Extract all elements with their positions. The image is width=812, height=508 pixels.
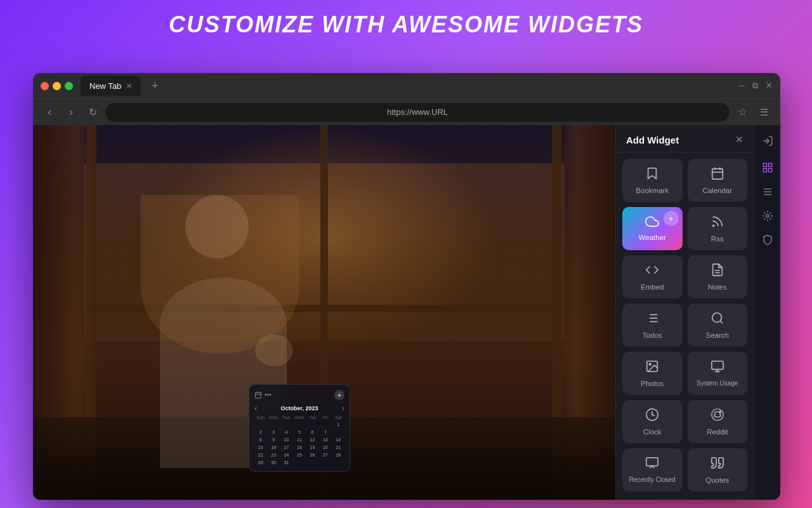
page-title: CUSTOMIZE WITH AWESOME WIDGETS (0, 0, 812, 47)
calendar-add-icon[interactable]: + (334, 390, 344, 400)
widget-item-quotes[interactable]: Quotes (688, 448, 748, 491)
browser-tab-active[interactable]: New Tab ✕ (81, 76, 141, 96)
traffic-lights (41, 82, 73, 90)
sidebar-icon-login[interactable] (757, 130, 778, 152)
widget-item-calendar[interactable]: Calendar (688, 159, 748, 202)
widget-item-todos[interactable]: Todos (622, 304, 683, 347)
widget-item-reddit[interactable]: Reddit (688, 400, 748, 443)
recently-closed-widget-icon (645, 456, 659, 472)
embed-widget-icon (645, 263, 659, 279)
clock-widget-label: Clock (643, 428, 662, 436)
right-sidebar (754, 125, 780, 500)
widget-grid: Bookmark Calendar + (616, 152, 754, 500)
browser-content: ••• + ‹ October, 2023 › Sun Mon Tue Wed … (33, 125, 780, 500)
window-minimize[interactable]: ─ (739, 81, 745, 91)
embed-widget-label: Embed (641, 283, 664, 291)
reddit-widget-icon (710, 408, 724, 424)
url-text: https://www.URL (114, 107, 721, 117)
svg-rect-31 (763, 169, 766, 172)
calendar-widget-label: Calendar (702, 187, 732, 194)
calendar-widget-header: ••• + (254, 390, 344, 400)
widget-item-recently-closed[interactable]: Recently Closed (622, 448, 683, 491)
calendar-widget[interactable]: ••• + ‹ October, 2023 › Sun Mon Tue Wed … (249, 384, 350, 472)
notes-widget-label: Notes (708, 283, 727, 291)
bookmark-icon[interactable]: ☆ (733, 105, 751, 119)
weather-widget-label: Weather (639, 234, 666, 241)
traffic-light-yellow[interactable] (53, 82, 61, 90)
address-bar[interactable]: https://www.URL (105, 103, 730, 122)
sidebar-icon-settings[interactable] (757, 181, 778, 203)
reddit-widget-label: Reddit (707, 428, 728, 436)
photos-widget-label: Photos (641, 380, 664, 387)
cal-prev[interactable]: ‹ (254, 403, 257, 413)
browser-window: New Tab ✕ + ─ ⧉ ✕ ‹ › ↻ https://www.URL … (33, 73, 780, 500)
sidebar-icon-shield[interactable] (757, 229, 778, 251)
todos-widget-icon (645, 311, 659, 328)
rss-widget-label: Rss (711, 235, 724, 243)
svg-rect-29 (768, 163, 771, 166)
svg-rect-4 (712, 169, 723, 180)
quotes-widget-label: Quotes (705, 476, 729, 484)
bookmark-widget-icon (645, 166, 659, 183)
todos-widget-label: Todos (643, 331, 662, 339)
svg-rect-28 (763, 163, 766, 166)
widget-item-weather[interactable]: + Weather (622, 207, 683, 250)
traffic-light-green[interactable] (65, 82, 73, 90)
widget-item-embed[interactable]: Embed (622, 255, 683, 298)
widget-item-bookmark[interactable]: Bookmark (622, 159, 683, 202)
page-header: CUSTOMIZE WITH AWESOME WIDGETS (0, 0, 812, 47)
menu-icon[interactable]: ☰ (755, 107, 773, 118)
bg-scene: ••• + ‹ October, 2023 › Sun Mon Tue Wed … (33, 125, 615, 500)
panel-header: Add Widget ✕ (616, 125, 754, 152)
system-usage-widget-icon (710, 359, 724, 376)
search-widget-label: Search (706, 331, 729, 339)
widget-panel: Add Widget ✕ Bookmark (615, 125, 754, 500)
svg-rect-0 (256, 392, 261, 398)
svg-point-25 (712, 409, 723, 420)
sidebar-icon-apps[interactable] (757, 157, 778, 178)
sidebar-icon-customize[interactable] (757, 205, 778, 227)
svg-rect-21 (712, 361, 723, 370)
window-maximize[interactable]: ⧉ (752, 81, 758, 91)
svg-point-35 (766, 215, 769, 218)
photos-widget-icon (645, 359, 659, 376)
svg-point-20 (650, 363, 652, 365)
svg-rect-26 (646, 458, 658, 466)
tab-label: New Tab (89, 81, 121, 91)
weather-widget-icon (645, 215, 659, 231)
cal-next[interactable]: › (342, 403, 344, 413)
calendar-icons: ••• (254, 391, 272, 399)
svg-rect-30 (768, 169, 771, 172)
reload-button[interactable]: ↻ (84, 104, 102, 121)
forward-button[interactable]: › (62, 104, 80, 121)
browser-chrome: New Tab ✕ + ─ ⧉ ✕ (33, 73, 780, 98)
quotes-widget-icon (710, 456, 724, 472)
search-widget-icon (710, 311, 724, 328)
bookmark-widget-label: Bookmark (636, 187, 669, 194)
notes-widget-icon (710, 263, 724, 279)
widget-item-rss[interactable]: Rss (688, 207, 748, 250)
widget-item-search[interactable]: Search (688, 304, 748, 347)
cal-month-year: October, 2023 (280, 405, 318, 411)
window-close[interactable]: ✕ (766, 81, 773, 91)
widget-item-photos[interactable]: Photos (622, 352, 683, 395)
tab-close-icon[interactable]: ✕ (126, 82, 132, 90)
new-tab-button[interactable]: + (146, 77, 164, 95)
calendar-widget-icon (710, 166, 724, 183)
panel-close-button[interactable]: ✕ (735, 134, 743, 145)
system-usage-widget-label: System Usage (697, 380, 738, 387)
traffic-light-red[interactable] (41, 82, 49, 90)
back-button[interactable]: ‹ (41, 104, 58, 121)
clock-widget-icon (645, 408, 659, 424)
panel-title: Add Widget (626, 135, 679, 145)
svg-line-18 (720, 321, 723, 323)
widget-item-system-usage[interactable]: System Usage (688, 352, 748, 395)
widget-item-notes[interactable]: Notes (688, 255, 748, 298)
widget-item-clock[interactable]: Clock (622, 400, 683, 443)
nav-bar: ‹ › ↻ https://www.URL ☆ ☰ (33, 98, 780, 125)
rss-widget-icon (710, 215, 724, 231)
recently-closed-widget-label: Recently Closed (629, 476, 676, 483)
window-controls: ─ ⧉ ✕ (739, 81, 773, 91)
svg-point-8 (712, 225, 714, 227)
svg-point-17 (712, 313, 722, 323)
